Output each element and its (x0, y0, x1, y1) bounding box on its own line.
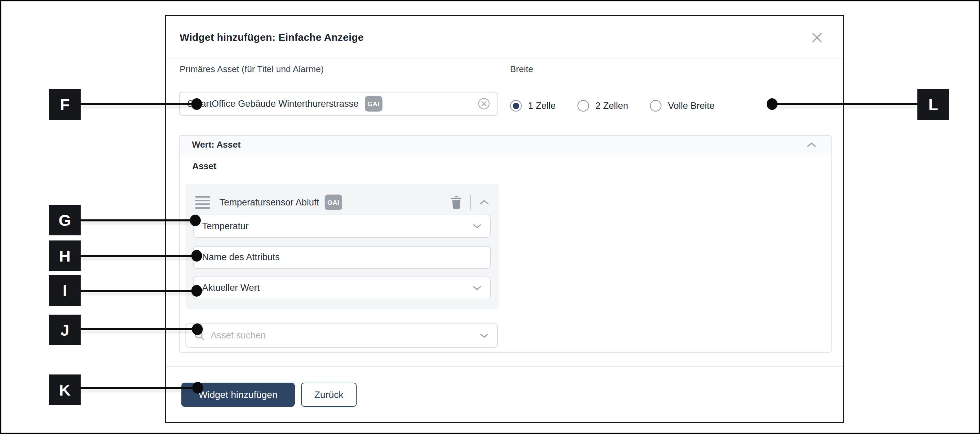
annotation-label-G: G (49, 205, 81, 235)
primary-asset-label: Primäres Asset (für Titel und Alarme) (180, 64, 324, 75)
annotation-dot-L (767, 98, 778, 110)
annotation-label-H: H (49, 240, 81, 271)
screenshot-canvas: Widget hinzufügen: Einfache Anzeige Prim… (0, 0, 980, 434)
asset-card-title: Temperatursensor Abluft (220, 197, 319, 208)
chevron-down-icon (472, 285, 482, 291)
annotation-dot-J (192, 323, 203, 335)
footer-divider (166, 366, 843, 367)
annotation-dot-H (191, 250, 202, 262)
annotation-label-L: L (917, 89, 949, 120)
annotation-dot-F (191, 98, 202, 110)
radio-volle-breite[interactable]: Volle Breite (650, 100, 714, 111)
annotation-line-K (81, 387, 198, 389)
chevron-down-icon (479, 333, 489, 339)
chevron-up-icon[interactable] (479, 199, 489, 206)
annotation-line-I (81, 290, 197, 292)
radio-circle[interactable] (510, 100, 522, 111)
annotation-line-G (81, 219, 195, 221)
primary-asset-value: SmartOffice Gebäude Winterthurerstrasse (187, 99, 359, 109)
asset-card: Temperatursensor Abluft GAI (185, 184, 499, 309)
attribute-select[interactable]: Temperatur (193, 215, 491, 238)
add-widget-dialog: Widget hinzufügen: Einfache Anzeige Prim… (165, 15, 844, 423)
asset-search-select[interactable]: Asset suchen (185, 323, 498, 348)
value-asset-panel: Wert: Asset Asset Temperatursensor Abluf… (179, 135, 832, 353)
annotation-label-F: F (49, 89, 81, 120)
attribute-name-input[interactable]: Name des Attributs (193, 246, 491, 269)
annotation-label-K: K (49, 375, 81, 405)
gai-badge: GAI (365, 96, 382, 111)
annotation-dot-G (190, 215, 201, 226)
radio-2-zellen[interactable]: 2 Zellen (578, 100, 628, 111)
gai-badge: GAI (325, 194, 342, 210)
annotation-line-L (772, 103, 917, 105)
asset-section-label: Asset (192, 161, 216, 172)
chevron-up-icon[interactable] (807, 141, 817, 148)
value-mode-select[interactable]: Aktueller Wert (193, 277, 491, 299)
trash-icon[interactable] (450, 196, 462, 209)
radio-1-zelle[interactable]: 1 Zelle (510, 100, 556, 111)
divider (470, 195, 471, 210)
annotation-line-J (81, 328, 197, 330)
annotation-label-J: J (49, 315, 81, 345)
drag-handle-icon[interactable] (195, 196, 210, 209)
annotation-line-H (81, 255, 197, 257)
radio-circle[interactable] (578, 100, 589, 111)
back-button[interactable]: Zurück (301, 383, 356, 407)
panel-title: Wert: Asset (192, 140, 240, 150)
clear-icon[interactable] (478, 98, 490, 110)
header-divider (166, 59, 843, 59)
dialog-title: Widget hinzufügen: Einfache Anzeige (180, 16, 364, 59)
annotation-line-F (81, 103, 197, 105)
width-radio-group: 1 Zelle 2 Zellen Volle Breite (510, 100, 714, 112)
chevron-down-icon (472, 223, 482, 229)
width-group-label: Breite (510, 64, 533, 75)
close-icon[interactable] (811, 31, 824, 44)
primary-asset-input[interactable]: SmartOffice Gebäude Winterthurerstrasse … (179, 92, 498, 116)
asset-search-placeholder: Asset suchen (211, 330, 266, 341)
annotation-dot-I (191, 285, 202, 297)
panel-header[interactable]: Wert: Asset (180, 136, 831, 154)
radio-circle[interactable] (650, 100, 662, 111)
annotation-dot-K (192, 382, 203, 394)
annotation-label-I: I (49, 275, 81, 306)
